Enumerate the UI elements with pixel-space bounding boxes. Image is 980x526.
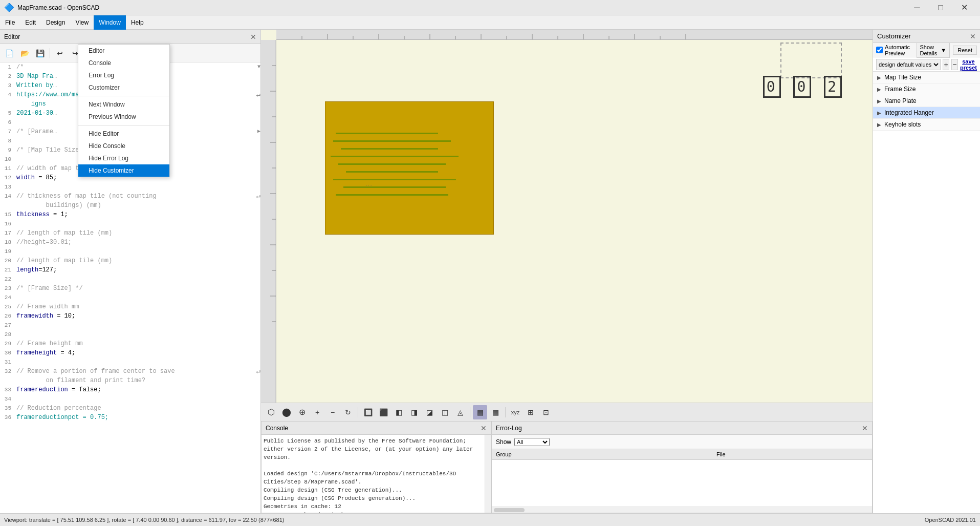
viewport: 0 0 2 · · · <box>261 30 873 421</box>
code-line-14b: buildings) (mm) <box>0 201 260 210</box>
auto-preview-checkbox-label[interactable]: Automatic Preview <box>876 44 913 56</box>
3d-render-content: 0 0 2 · · · <box>276 40 873 403</box>
show-details-button[interactable]: Show Details ▼ <box>917 43 950 58</box>
vp-sep-1 <box>358 407 358 417</box>
view-front-btn[interactable]: 🔲 <box>361 405 375 419</box>
menu-design[interactable]: Design <box>41 15 70 30</box>
open-button[interactable]: 📂 <box>17 46 32 60</box>
ruler-vertical <box>261 40 276 403</box>
zoom-out-btn[interactable]: − <box>325 405 340 419</box>
errorlog-horizontal-scrollbar[interactable] <box>492 507 872 513</box>
menu-prev-window[interactable]: Previous Window <box>78 111 169 123</box>
menu-hide-console[interactable]: Hide Console <box>78 140 169 152</box>
code-line-18: 18 //height=30.01; <box>0 238 260 247</box>
customizer-close-btn[interactable]: ✕ <box>970 32 976 40</box>
view-home-btn[interactable]: ⬡ <box>264 405 278 419</box>
menu-console[interactable]: Console <box>78 57 169 69</box>
close-button[interactable]: ✕ <box>952 0 976 15</box>
menu-hide-customizer[interactable]: Hide Customizer <box>78 164 169 177</box>
render-preview-btn[interactable]: ▤ <box>473 405 487 419</box>
menu-sep-2 <box>78 125 169 125</box>
console-line-6: Geometries in cache: 12 <box>264 502 483 511</box>
menu-view[interactable]: View <box>70 15 94 30</box>
menu-edit[interactable]: Edit <box>20 15 41 30</box>
scrollbar-thumb[interactable] <box>494 508 525 512</box>
new-button[interactable]: 📄 <box>2 46 16 60</box>
view-top-btn[interactable]: ⬛ <box>376 405 390 419</box>
preset-select[interactable]: design default values <box>876 59 941 70</box>
view-sphere-btn[interactable]: ⬤ <box>279 405 294 419</box>
code-line-32: 32 // Remove a portion of frame center t… <box>0 367 260 376</box>
fold-icon-1[interactable]: ▼ <box>257 62 260 72</box>
section-arrow-hanger: ▶ <box>877 110 881 116</box>
maximize-button[interactable]: □ <box>929 0 952 15</box>
vp-sep-2 <box>470 407 470 417</box>
console-scrollbar[interactable] <box>485 435 491 513</box>
map-stripe-8 <box>343 186 446 188</box>
menu-hide-error-log[interactable]: Hide Error Log <box>78 152 169 164</box>
view-bottom-btn[interactable]: ◫ <box>438 405 452 419</box>
rotate-btn[interactable]: ↻ <box>341 405 355 419</box>
code-line-20: 20 // length of map tile (mm) <box>0 256 260 265</box>
code-line-28: 28 <box>0 330 260 339</box>
section-arrow-map-tile: ▶ <box>877 75 881 80</box>
ruler-horizontal <box>276 30 873 40</box>
axes-btn[interactable]: xyz <box>508 405 522 419</box>
auto-preview-checkbox[interactable] <box>876 47 883 53</box>
titlebar: 🔷 MapFrame.scad - OpenSCAD ─ □ ✕ <box>0 0 980 15</box>
number-plate-display: 0 0 2 <box>763 76 842 98</box>
editor-close[interactable]: ✕ <box>250 33 256 41</box>
view-diagonal-btn[interactable]: ◬ <box>453 405 467 419</box>
view-back-btn[interactable]: ◪ <box>422 405 437 419</box>
menu-file[interactable]: File <box>0 15 20 30</box>
view-right-btn[interactable]: ◧ <box>391 405 406 419</box>
code-line-13: 13 <box>0 182 260 192</box>
view-left-btn[interactable]: ◨ <box>407 405 421 419</box>
auto-preview-row: Automatic Preview Show Details ▼ Reset <box>873 43 980 57</box>
reset-button[interactable]: Reset <box>953 46 977 55</box>
zoom-in-btn[interactable]: + <box>310 405 324 419</box>
menu-customizer[interactable]: Customizer <box>78 81 169 94</box>
menu-error-log[interactable]: Error Log <box>78 69 169 81</box>
save-button[interactable]: 💾 <box>33 46 47 60</box>
error-filter-select[interactable]: All Errors Warnings <box>514 438 550 446</box>
undo-button[interactable]: ↩ <box>53 46 67 60</box>
customizer-section-frame-size[interactable]: ▶ Frame Size <box>873 83 980 95</box>
zoom-fit-btn[interactable]: ⊕ <box>295 405 309 419</box>
console-header: Console ✕ <box>262 422 491 435</box>
axis-indicator: Z X Y <box>310 356 330 377</box>
preset-add-btn[interactable]: + <box>943 59 949 70</box>
num-plate-zero1: 0 <box>763 76 781 98</box>
code-line-26: 26 framewidth = 10; <box>0 311 260 321</box>
menu-editor[interactable]: Editor <box>78 45 169 57</box>
customizer-section-integrated-hanger[interactable]: ▶ Integrated Hanger <box>873 107 980 119</box>
menu-window[interactable]: Window <box>94 15 126 30</box>
menu-help[interactable]: Help <box>126 15 149 30</box>
minimize-button[interactable]: ─ <box>905 0 929 15</box>
customizer-section-map-tile-size[interactable]: ▶ Map Tile Size <box>873 72 980 83</box>
customizer-section-name-plate[interactable]: ▶ Name Plate <box>873 95 980 107</box>
save-preset-button[interactable]: save preset <box>960 58 977 71</box>
fold-icon-7[interactable]: ▶ <box>257 127 260 136</box>
code-line-19: 19 <box>0 247 260 256</box>
menu-next-window[interactable]: Next Window <box>78 98 169 111</box>
preset-remove-btn[interactable]: − <box>951 59 958 70</box>
crosshairs-btn[interactable]: ⊡ <box>539 405 553 419</box>
code-line-32b: on filament and print time? <box>0 376 260 385</box>
code-line-31: 31 <box>0 357 260 367</box>
console-line-3: Loaded design 'C:/Users/mstarrma/Dropbox… <box>264 470 483 486</box>
console-line-2 <box>264 461 483 470</box>
show-details-label: Show Details <box>920 44 940 56</box>
section-label-frame: Frame Size <box>884 86 916 93</box>
grid-btn[interactable]: ⊞ <box>524 405 538 419</box>
code-line-25: 25 // Frame width mm <box>0 302 260 311</box>
col-file: File <box>712 449 872 460</box>
menu-hide-editor[interactable]: Hide Editor <box>78 128 169 140</box>
customizer-section-keyhole-slots[interactable]: ▶ Keyhole slots <box>873 119 980 131</box>
error-table: Group File <box>492 449 872 507</box>
console-close-btn[interactable]: ✕ <box>481 424 487 432</box>
section-arrow-keyhole: ▶ <box>877 122 881 128</box>
render-full-btn[interactable]: ▦ <box>488 405 503 419</box>
errorlog-close-btn[interactable]: ✕ <box>862 424 868 432</box>
console-output[interactable]: Public License as published by the Free … <box>262 435 485 513</box>
